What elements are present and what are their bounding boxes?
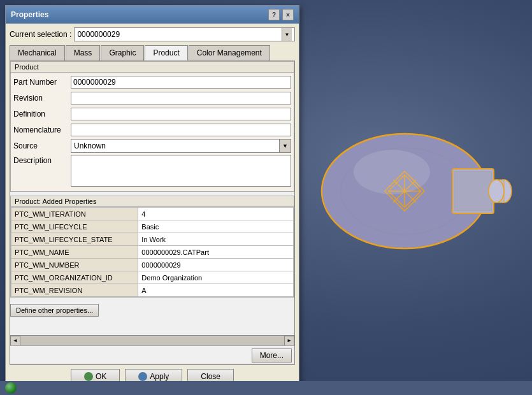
tab-product[interactable]: Product	[145, 45, 187, 61]
prop-value[interactable]: Demo Organization	[138, 271, 294, 284]
apply-icon	[138, 372, 147, 381]
ok-icon	[84, 372, 93, 381]
prop-value[interactable]: 0000000029	[138, 259, 294, 271]
prop-name: PTC_WM_LIFECYCLE_STATE	[11, 233, 138, 246]
prop-name: PTC_WM_ITERATION	[11, 208, 138, 220]
status-orb	[5, 382, 17, 394]
source-select[interactable]: Unknown ▼	[71, 139, 291, 153]
horizontal-scrollbar[interactable]: ◄ ►	[10, 335, 294, 345]
part-number-input[interactable]	[71, 76, 291, 89]
close-window-button[interactable]: ×	[282, 9, 294, 20]
selection-value: 0000000029	[77, 30, 120, 39]
description-label: Description	[13, 155, 71, 165]
tab-graphic[interactable]: Graphic	[101, 45, 144, 61]
source-row: Source Unknown ▼	[13, 139, 291, 153]
table-row: PTC_WM_ITERATION 4	[11, 208, 294, 220]
3d-view	[293, 19, 529, 357]
source-value: Unknown	[71, 141, 279, 150]
tab-mechanical[interactable]: Mechanical	[10, 45, 65, 61]
tabs-bar: Mechanical Mass Graphic Product Color Ma…	[10, 45, 295, 61]
status-bar	[0, 381, 532, 395]
table-row: PTC_WM_ORGANIZATION_ID Demo Organization	[11, 271, 294, 284]
close-label: Close	[201, 372, 220, 381]
table-row: PTC_WM_LIFECYCLE_STATE In Work	[11, 233, 294, 246]
prop-value[interactable]: Basic	[138, 220, 294, 233]
selection-combo-arrow[interactable]: ▼	[282, 28, 292, 41]
nomenclature-input[interactable]	[71, 124, 291, 136]
more-row: More...	[10, 345, 294, 364]
prop-value[interactable]: 4	[138, 208, 294, 220]
content-area: Product Part Number Revision	[10, 61, 295, 364]
description-textarea[interactable]	[71, 155, 291, 187]
svg-rect-3	[454, 171, 492, 211]
nomenclature-label: Nomenclature	[13, 126, 71, 134]
definition-label: Definition	[13, 110, 71, 118]
more-button[interactable]: More...	[252, 348, 292, 363]
help-button[interactable]: ?	[268, 9, 280, 20]
revision-label: Revision	[13, 94, 71, 103]
define-other-button[interactable]: Define other properties...	[10, 304, 99, 317]
selection-combo[interactable]: 0000000029 ▼	[74, 27, 295, 41]
selection-label: Current selection :	[10, 30, 71, 39]
selection-row: Current selection : 0000000029 ▼	[10, 27, 295, 41]
source-arrow[interactable]: ▼	[279, 140, 291, 152]
svg-point-6	[489, 180, 504, 203]
titlebar-buttons: ? ×	[268, 9, 294, 20]
table-row: PTC_WM_REVISION A	[11, 284, 294, 297]
added-properties-title: Product: Added Properties	[11, 196, 294, 207]
hscroll-left-btn[interactable]: ◄	[10, 336, 20, 346]
properties-table: PTC_WM_ITERATION 4 PTC_WM_LIFECYCLE Basi…	[11, 207, 294, 297]
product-group: Product Part Number Revision	[10, 61, 294, 192]
apply-label: Apply	[150, 372, 169, 381]
part-number-row: Part Number	[13, 75, 291, 89]
prop-name: PTC_WM_REVISION	[11, 284, 138, 297]
properties-dialog: Properties ? × Current selection : 00000…	[5, 5, 299, 392]
prop-name: PTC_WM_NUMBER	[11, 259, 138, 271]
table-row: PTC_WM_NAME 0000000029.CATPart	[11, 246, 294, 259]
part-number-label: Part Number	[13, 78, 71, 87]
prop-value[interactable]: A	[138, 284, 294, 297]
dialog-body: Current selection : 0000000029 ▼ Mechani…	[6, 24, 299, 392]
3d-object	[303, 92, 519, 284]
tab-color-management[interactable]: Color Management	[189, 45, 270, 61]
ok-label: OK	[96, 372, 106, 381]
table-row: PTC_WM_LIFECYCLE Basic	[11, 220, 294, 233]
product-group-content: Part Number Revision	[11, 73, 294, 191]
prop-value[interactable]: In Work	[138, 233, 294, 246]
source-label: Source	[13, 141, 71, 150]
description-row: Description	[13, 155, 291, 187]
tab-mass[interactable]: Mass	[66, 45, 101, 61]
dialog-title: Properties	[11, 10, 268, 19]
scroll-content[interactable]: Product Part Number Revision	[10, 61, 294, 335]
hscroll-track[interactable]	[20, 336, 284, 345]
svg-point-13	[354, 150, 430, 194]
prop-value[interactable]: 0000000029.CATPart	[138, 246, 294, 259]
dialog-titlebar: Properties ? ×	[6, 6, 299, 24]
prop-name: PTC_WM_LIFECYCLE	[11, 220, 138, 233]
nomenclature-row: Nomenclature	[13, 123, 291, 137]
definition-input[interactable]	[71, 108, 291, 120]
definition-row: Definition	[13, 107, 291, 121]
added-properties-group: Product: Added Properties PTC_WM_ITERATI…	[10, 196, 294, 298]
hscroll-right-btn[interactable]: ►	[284, 336, 294, 346]
added-properties-content: PTC_WM_ITERATION 4 PTC_WM_LIFECYCLE Basi…	[11, 207, 294, 297]
product-group-title: Product	[11, 62, 294, 73]
revision-row: Revision	[13, 91, 291, 105]
scroll-wrapper: Product Part Number Revision	[10, 61, 294, 335]
prop-name: PTC_WM_ORGANIZATION_ID	[11, 271, 138, 284]
revision-input[interactable]	[71, 92, 291, 104]
prop-name: PTC_WM_NAME	[11, 246, 138, 259]
table-row: PTC_WM_NUMBER 0000000029	[11, 259, 294, 271]
